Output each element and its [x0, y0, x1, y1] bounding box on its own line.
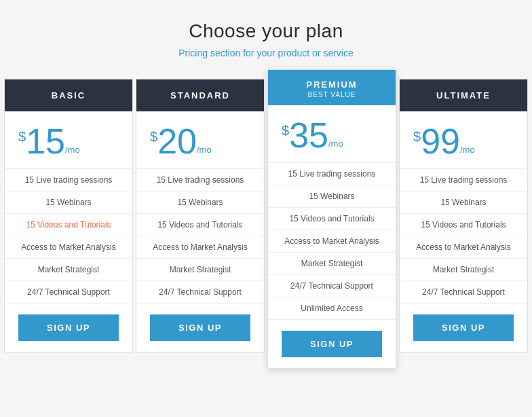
plan-features-premium: 15 Live trading sessions15 Webinars15 Vi… — [268, 163, 396, 320]
plan-header-standard: STANDARD — [136, 79, 264, 111]
plan-name-ultimate: ULTIMATE — [436, 90, 491, 101]
feature-item: 15 Live trading sessions — [268, 163, 396, 185]
plan-name-standard: STANDARD — [170, 90, 230, 101]
plan-card-standard: STANDARD$20/mo15 Live trading sessions15… — [136, 79, 265, 352]
plan-card-premium: PREMIUMBEST VALUE$35/mo15 Live trading s… — [267, 69, 396, 369]
sign-up-button-premium[interactable]: SIGN UP — [282, 331, 382, 357]
price-amount-premium: 35 — [289, 115, 328, 155]
feature-item: Market Strategist — [5, 259, 132, 281]
plan-cta-standard: SIGN UP — [136, 304, 264, 352]
feature-item: 15 Videos and Tutorials — [5, 214, 132, 236]
plan-cta-basic: SIGN UP — [5, 304, 132, 352]
feature-item: 15 Webinars — [400, 192, 527, 214]
price-period-ultimate: /mo — [460, 145, 475, 155]
plan-card-ultimate: ULTIMATE$99/mo15 Live trading sessions15… — [399, 79, 528, 352]
feature-item: Access to Market Analysis — [136, 236, 264, 259]
feature-item: Access to Market Analysis — [400, 236, 527, 259]
feature-item: 15 Videos and Tutorials — [136, 214, 264, 236]
price-symbol-premium: $ — [282, 123, 289, 139]
price-symbol-basic: $ — [18, 129, 26, 145]
plan-cta-premium: SIGN UP — [268, 320, 396, 368]
feature-item: Access to Market Analysis — [5, 236, 132, 259]
feature-item: Market Strategist — [136, 259, 264, 281]
plan-features-standard: 15 Live trading sessions15 Webinars15 Vi… — [136, 169, 264, 304]
plan-card-basic: BASIC$15/mo15 Live trading sessions15 We… — [4, 79, 133, 352]
feature-item: 15 Live trading sessions — [136, 169, 264, 192]
feature-item: 15 Live trading sessions — [400, 169, 527, 192]
feature-item: 15 Webinars — [5, 192, 132, 214]
page-subtitle: Pricing section for your product or serv… — [178, 48, 354, 58]
plan-name-premium: PREMIUM — [306, 79, 357, 90]
feature-item: 15 Videos and Tutorials — [268, 208, 396, 230]
plan-header-basic: BASIC — [5, 79, 132, 111]
sign-up-button-ultimate[interactable]: SIGN UP — [413, 314, 514, 341]
price-symbol-ultimate: $ — [413, 129, 421, 145]
plan-price-basic: $15/mo — [5, 111, 132, 169]
plan-features-basic: 15 Live trading sessions15 Webinars15 Vi… — [5, 169, 132, 304]
feature-item: 15 Webinars — [136, 192, 264, 214]
feature-item: 24/7 Technical Support — [268, 275, 396, 297]
price-amount-ultimate: 99 — [421, 122, 460, 161]
plans-container: BASIC$15/mo15 Live trading sessions15 We… — [3, 79, 529, 369]
feature-item: 15 Videos and Tutorials — [400, 214, 527, 236]
feature-item: 15 Webinars — [268, 185, 396, 208]
price-period-basic: /mo — [65, 145, 80, 155]
sign-up-button-standard[interactable]: SIGN UP — [150, 314, 250, 341]
feature-item: 24/7 Technical Support — [5, 281, 132, 304]
plan-header-premium: PREMIUMBEST VALUE — [268, 70, 396, 105]
plan-price-standard: $20/mo — [136, 111, 264, 169]
plan-cta-ultimate: SIGN UP — [400, 304, 527, 352]
price-amount-basic: 15 — [26, 122, 65, 161]
plan-price-premium: $35/mo — [268, 105, 396, 163]
plan-name-basic: BASIC — [52, 90, 86, 101]
plan-best-value-premium: BEST VALUE — [275, 91, 389, 98]
price-period-standard: /mo — [197, 145, 212, 155]
price-amount-standard: 20 — [157, 122, 197, 161]
feature-item: 24/7 Technical Support — [136, 281, 264, 304]
price-period-premium: /mo — [328, 139, 343, 149]
feature-item: Access to Market Analysis — [268, 230, 396, 253]
price-symbol-standard: $ — [150, 129, 157, 145]
plan-price-ultimate: $99/mo — [400, 111, 527, 169]
plan-features-ultimate: 15 Live trading sessions15 Webinars15 Vi… — [400, 169, 527, 304]
plan-header-ultimate: ULTIMATE — [400, 79, 527, 111]
feature-item: 24/7 Technical Support — [400, 281, 527, 304]
feature-item: 15 Live trading sessions — [5, 169, 132, 192]
page-title: Choose your plan — [189, 20, 343, 42]
sign-up-button-basic[interactable]: SIGN UP — [18, 314, 119, 341]
feature-item: Market Strategist — [268, 253, 396, 275]
feature-item: Unlimited Access — [268, 297, 396, 320]
feature-item: Market Strategist — [400, 259, 527, 281]
